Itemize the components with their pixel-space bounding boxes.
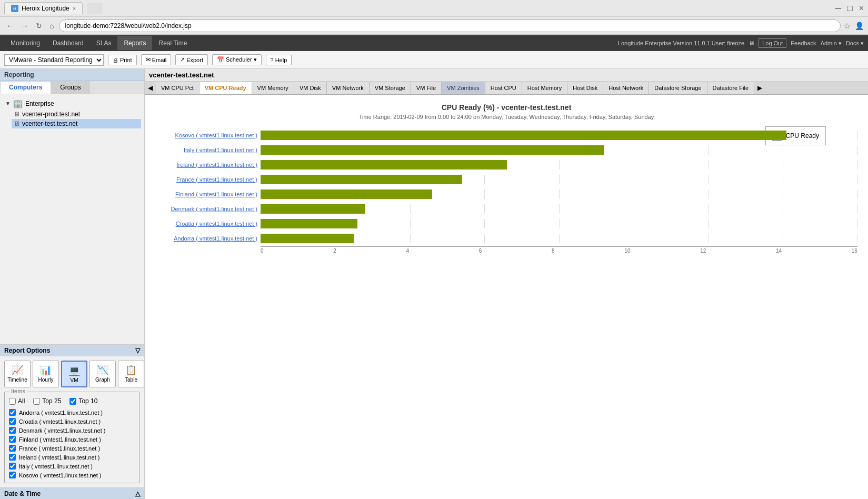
items-section: Items All Top 25 Top 10 [4,392,140,483]
list-item[interactable]: Finland ( vmtest1.linux.test.net ) [9,436,135,443]
export-button[interactable]: ↗ Export [175,54,208,65]
report-options-header[interactable]: Report Options ▽ [0,345,144,356]
print-button[interactable]: 🖨 Print [108,55,137,65]
item-andorra-checkbox[interactable] [9,409,16,416]
sidebar-tab-groups[interactable]: Groups [51,81,89,94]
item-finland-checkbox[interactable] [9,436,16,443]
tab-vm-file[interactable]: VM File [411,82,442,94]
filter-top25[interactable]: Top 25 [33,397,61,405]
tree-item-vcenter-prod[interactable]: 🖥 vcenter-prod.test.net [12,109,141,119]
docs-button[interactable]: Docs ▾ [846,40,864,47]
bar-label[interactable]: Italy ( vmtest1.linux.test.net ) [155,147,261,153]
axis-label: 8 [552,248,555,254]
admin-button[interactable]: Admin ▾ [821,40,842,47]
bookmark-icon[interactable]: ☆ [844,22,851,30]
bar-label[interactable]: France ( vmtest1.linux.test.net ) [155,176,261,183]
item-france-checkbox[interactable] [9,445,16,452]
tab-vm-cpu-ready[interactable]: VM CPU Ready [199,82,252,94]
bar-label[interactable]: Croatia ( vmtest1.linux.test.net ) [155,221,261,227]
minimize-icon[interactable]: ─ [835,4,841,13]
item-ireland-checkbox[interactable] [9,454,16,461]
tab-host-network[interactable]: Host Network [603,82,649,94]
report-type-hourly[interactable]: 📊 Hourly [33,361,59,387]
list-item[interactable]: Italy ( vmtest1.linux.test.net ) [9,463,135,470]
bar-label[interactable]: Ireland ( vmtest1.linux.test.net ) [155,162,261,168]
app-logo: 🖥 [749,40,754,46]
scheduler-button[interactable]: 📅 Scheduler ▾ [212,54,262,65]
report-type-graph[interactable]: 📉 Graph [89,361,116,387]
tab-host-memory[interactable]: Host Memory [522,82,567,94]
forward-button[interactable]: → [19,21,31,31]
nav-slas[interactable]: SLAs [90,36,118,50]
reload-button[interactable]: ↻ [34,21,44,31]
nav-realtime[interactable]: Real Time [152,36,193,50]
tab-datastore-file[interactable]: Datastore File [707,82,754,94]
item-croatia-checkbox[interactable] [9,418,16,425]
email-button[interactable]: ✉ Email [141,54,172,65]
browser-icons: ☆ 👤 [844,22,864,30]
tab-nav-next[interactable]: ▶ [754,82,765,94]
bar-label[interactable]: Andorra ( vmtest1.linux.test.net ) [155,235,261,242]
axis-label: 16 [852,248,857,254]
tab-vm-zombies[interactable]: VM Zombies [442,82,485,94]
tree-item-enterprise[interactable]: ▼ 🏢 Enterprise [3,97,141,109]
tab-vm-disk[interactable]: VM Disk [294,82,327,94]
item-italy-checkbox[interactable] [9,463,16,470]
feedback-button[interactable]: Feedback [791,40,816,46]
bar-track [261,145,857,155]
report-type-buttons: 📈 Timeline 📊 Hourly 💻 VM 📉 Graph [4,361,140,387]
nav-dashboard[interactable]: Dashboard [46,36,90,50]
user-icon[interactable]: 👤 [855,22,864,30]
list-item[interactable]: Andorra ( vmtest1.linux.test.net ) [9,409,135,416]
filter-all[interactable]: All [9,397,25,405]
tab-host-cpu[interactable]: Host CPU [485,82,522,94]
report-type-vm[interactable]: 💻 VM [61,361,87,387]
item-denmark-checkbox[interactable] [9,427,16,434]
nav-monitoring[interactable]: Monitoring [4,36,46,50]
new-tab-button[interactable] [87,3,103,14]
tab-close-icon[interactable]: × [73,5,76,12]
home-button[interactable]: ⌂ [47,21,56,31]
chart-area: CPU Ready (%) - vcenter-test.test.net Ti… [145,95,868,499]
list-item[interactable]: Croatia ( vmtest1.linux.test.net ) [9,418,135,425]
tab-vm-memory[interactable]: VM Memory [252,82,294,94]
bar-label[interactable]: Finland ( vmtest1.linux.test.net ) [155,191,261,197]
date-time-header[interactable]: Date & Time △ [0,488,144,499]
bar-label[interactable]: Kosovo ( vmtest1.linux.test.net ) [155,132,261,138]
tab-datastore-storage[interactable]: Datastore Storage [649,82,707,94]
tab-vm-storage[interactable]: VM Storage [370,82,411,94]
list-item[interactable]: Ireland ( vmtest1.linux.test.net ) [9,454,135,461]
list-item[interactable]: Kosovo ( vmtest1.linux.test.net ) [9,472,135,478]
filter-top25-checkbox[interactable] [33,398,40,405]
tab-nav-prev[interactable]: ◀ [145,82,156,94]
list-item[interactable]: Denmark ( vmtest1.linux.test.net ) [9,427,135,434]
tab-vm-cpu-pct[interactable]: VM CPU Pct [156,82,199,94]
timeline-icon: 📈 [12,364,23,376]
filter-all-checkbox[interactable] [9,398,16,405]
bar-label[interactable]: Denmark ( vmtest1.linux.test.net ) [155,206,261,212]
sidebar-tab-computers[interactable]: Computers [0,81,51,94]
back-button[interactable]: ← [4,21,16,31]
browser-tab[interactable]: H Heroix Longitude × [4,2,83,14]
help-button[interactable]: ? Help [266,55,292,65]
tab-host-disk[interactable]: Host Disk [567,82,603,94]
list-item[interactable]: France ( vmtest1.linux.test.net ) [9,445,135,452]
help-icon: ? [271,57,274,63]
window-controls: ─ □ × [835,4,864,13]
report-type-select[interactable]: VMware - Standard Reporting [4,54,104,66]
close-icon[interactable]: × [859,4,864,13]
maximize-icon[interactable]: □ [847,4,853,13]
url-input[interactable] [59,19,841,32]
bar-chart: Kosovo ( vmtest1.linux.test.net )Italy (… [155,131,857,243]
tree-item-vcenter-test[interactable]: 🖥 vcenter-test.test.net [12,119,141,128]
tab-vm-network[interactable]: VM Network [327,82,370,94]
nav-reports[interactable]: Reports [117,36,152,50]
filter-top10-checkbox[interactable] [69,398,76,405]
tree-expand-icon: ▼ [5,101,11,106]
bar-fill [261,189,432,199]
item-kosovo-checkbox[interactable] [9,472,16,478]
logout-button[interactable]: Log Out [759,38,786,48]
report-type-timeline[interactable]: 📈 Timeline [4,361,31,387]
report-type-table[interactable]: 📋 Table [118,361,144,387]
filter-top10[interactable]: Top 10 [69,397,97,405]
